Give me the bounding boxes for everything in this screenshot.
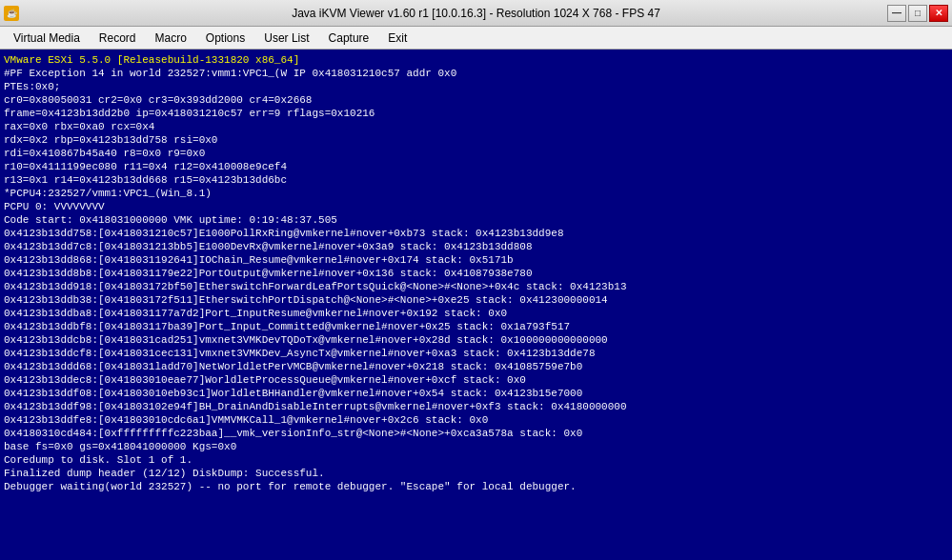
window-title: Java iKVM Viewer v1.60 r1 [10.0.16.3] - … <box>292 7 660 20</box>
menu-item-macro[interactable]: Macro <box>146 27 196 49</box>
console-line: #PF Exception 14 in world 232527:vmm1:VP… <box>4 67 948 80</box>
menu-item-user-list[interactable]: User List <box>254 27 318 49</box>
console-line: 0x4123b13ddec8:[0x41803010eae77]Worldlet… <box>4 373 948 387</box>
console-line: 0x4123b13dd758:[0x418031210c57]E1000Poll… <box>4 227 948 240</box>
console-line: rdi=0x410867b45a40 r8=0x0 r9=0x0 <box>4 147 948 160</box>
console-line: Coredump to disk. Slot 1 of 1. <box>4 453 948 467</box>
title-bar: ☕ Java iKVM Viewer v1.60 r1 [10.0.16.3] … <box>0 0 952 27</box>
console-line: PTEs:0x0; <box>4 80 948 93</box>
minimize-button[interactable]: — <box>887 5 906 22</box>
console-line: Finalized dump header (12/12) DiskDump: … <box>4 467 948 480</box>
title-bar-left: ☕ <box>4 6 19 21</box>
console-line: *PCPU4:232527/vmm1:VPC1_(Win_8.1) <box>4 187 948 200</box>
console-line: 0x4123b13ddba8:[0x418031177a7d2]Port_Inp… <box>4 307 948 320</box>
menu-item-exit[interactable]: Exit <box>378 27 416 49</box>
console-line: base fs=0x0 gs=0x418041000000 Kgs=0x0 <box>4 440 948 453</box>
console-line: r13=0x1 r14=0x4123b13dd668 r15=0x4123b13… <box>4 173 948 187</box>
console-line: r10=0x4111199ec080 r11=0x4 r12=0x410008e… <box>4 160 948 173</box>
console-line: 0x4123b13dd8b8:[0x418031179e22]PortOutpu… <box>4 267 948 280</box>
menu-bar: Virtual Media Record Macro Options User … <box>0 27 952 50</box>
console-line: frame=0x4123b13dd2b0 ip=0x418031210c57 e… <box>4 107 948 120</box>
console-line: rdx=0x2 rbp=0x4123b13dd758 rsi=0x0 <box>4 133 948 147</box>
console-line: PCPU 0: VVVVVVVV <box>4 200 948 213</box>
console-line: cr0=0x80050031 cr2=0x0 cr3=0x393dd2000 c… <box>4 93 948 107</box>
menu-item-capture[interactable]: Capture <box>319 27 379 49</box>
console-line: 0x4123b13ddf98:[0x41803102e94f]BH_DrainA… <box>4 400 948 413</box>
app-icon-label: ☕ <box>7 9 17 18</box>
console-line: 0x4123b13ddb38:[0x41803172f511]Etherswit… <box>4 293 948 307</box>
window-controls: — □ ✕ <box>887 5 948 22</box>
console-line: 0x4123b13ddd68:[0x418031ladd70]NetWorldl… <box>4 360 948 373</box>
console-line: 0x4180310cd484:[0xfffffffffc223baa]__vmk… <box>4 427 948 440</box>
console-line: VMware ESXi 5.5.0 [Releasebuild-1331820 … <box>4 53 948 67</box>
console-line: 0x4123b13ddcf8:[0x418031cec131]vmxnet3VM… <box>4 347 948 360</box>
console-line: rax=0x0 rbx=0xa0 rcx=0x4 <box>4 120 948 133</box>
menu-item-options[interactable]: Options <box>196 27 254 49</box>
console-line: Code start: 0x418031000000 VMK uptime: 0… <box>4 213 948 227</box>
console-line: 0x4123b13ddcb8:[0x418031cad251]vmxnet3VM… <box>4 333 948 347</box>
console-line: 0x4123b13ddfe8:[0x41803010cdc6a1]VMMVMKC… <box>4 413 948 427</box>
console-line: 0x4123b13dd868:[0x418031192641]IOChain_R… <box>4 253 948 267</box>
maximize-button[interactable]: □ <box>908 5 927 22</box>
console-line: 0x4123b13ddf08:[0x41803010eb93c1]Worldle… <box>4 387 948 400</box>
console-line: 0x4123b13ddbf8:[0x41803117ba39]Port_Inpu… <box>4 320 948 333</box>
console-output: VMware ESXi 5.5.0 [Releasebuild-1331820 … <box>0 50 952 560</box>
app-icon: ☕ <box>4 6 19 21</box>
menu-item-virtual-media[interactable]: Virtual Media <box>4 27 90 49</box>
console-line: 0x4123b13dd7c8:[0x418031213bb5]E1000DevR… <box>4 240 948 253</box>
menu-item-record[interactable]: Record <box>90 27 146 49</box>
console-line: Debugger waiting(world 232527) -- no por… <box>4 480 948 493</box>
close-button[interactable]: ✕ <box>929 5 948 22</box>
console-line: 0x4123b13dd918:[0x41803172bf50]Etherswit… <box>4 280 948 293</box>
